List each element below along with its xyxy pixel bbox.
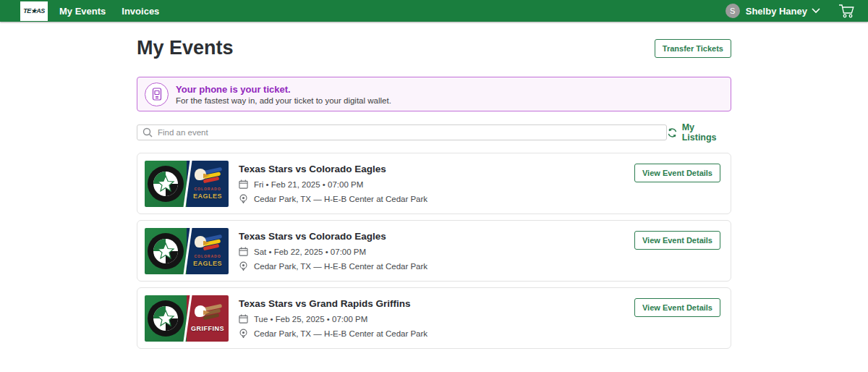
- team-logo-text: TE★AS: [23, 7, 45, 14]
- away-team-art: GRIFFINS: [187, 295, 229, 342]
- event-info: Texas Stars vs Colorado Eagles Sat • Feb…: [239, 231, 427, 271]
- view-event-details-button[interactable]: View Event Details: [634, 298, 720, 317]
- event-datetime-row: Tue • Feb 25, 2025 • 07:00 PM: [239, 314, 427, 324]
- event-location: Cedar Park, TX — H-E-B Center at Cedar P…: [254, 195, 427, 203]
- texas-stars-logo: [147, 300, 184, 337]
- event-image: COLORADO EAGLES: [145, 228, 229, 274]
- search-icon: [142, 127, 153, 138]
- away-mascot: [193, 167, 222, 186]
- away-small-label: COLORADO: [194, 187, 221, 191]
- event-datetime-row: Fri • Feb 21, 2025 • 07:00 PM: [239, 179, 427, 189]
- digital-wallet-banner: Your phone is your ticket. For the faste…: [137, 77, 731, 111]
- away-team-art: COLORADO EAGLES: [187, 228, 229, 274]
- main-content: My Events Transfer Tickets Your phone is…: [137, 37, 731, 349]
- location-icon: [239, 194, 248, 203]
- event-image: GRIFFINS: [145, 295, 229, 342]
- event-location-row: Cedar Park, TX — H-E-B Center at Cedar P…: [239, 261, 427, 271]
- event-card: GRIFFINS Texas Stars vs Grand Rapids Gri…: [137, 287, 731, 349]
- calendar-icon: [239, 179, 248, 189]
- texas-stars-logo: [147, 165, 184, 203]
- event-location-row: Cedar Park, TX — H-E-B Center at Cedar P…: [239, 329, 427, 338]
- phone-icon: [145, 83, 169, 106]
- page-title: My Events: [137, 37, 234, 59]
- search-wrap: [137, 124, 667, 140]
- event-title: Texas Stars vs Colorado Eagles: [239, 164, 427, 174]
- away-team-art: COLORADO EAGLES: [187, 161, 229, 207]
- nav-item-my-events[interactable]: My Events: [59, 6, 106, 17]
- event-title: Texas Stars vs Grand Rapids Griffins: [239, 298, 427, 309]
- page-header: My Events Transfer Tickets: [137, 37, 731, 59]
- event-card: COLORADO EAGLES Texas Stars vs Colorado …: [137, 220, 731, 282]
- event-info: Texas Stars vs Colorado Eagles Fri • Feb…: [239, 164, 427, 203]
- view-event-details-button[interactable]: View Event Details: [634, 231, 720, 250]
- event-datetime: Sat • Feb 22, 2025 • 07:00 PM: [254, 248, 366, 256]
- refresh-icon: [667, 127, 678, 138]
- event-datetime: Tue • Feb 25, 2025 • 07:00 PM: [254, 315, 367, 324]
- transfer-tickets-button[interactable]: Transfer Tickets: [655, 39, 731, 58]
- event-location: Cedar Park, TX — H-E-B Center at Cedar P…: [254, 262, 427, 271]
- team-logo[interactable]: TE★AS: [20, 1, 48, 21]
- banner-title: Your phone is your ticket.: [176, 84, 391, 95]
- home-team-art: [145, 228, 187, 274]
- banner-text: Your phone is your ticket. For the faste…: [176, 84, 391, 105]
- calendar-icon: [239, 314, 248, 324]
- away-banner-label: EAGLES: [190, 192, 225, 200]
- banner-subtitle: For the fastest way in, add your ticket …: [176, 96, 391, 105]
- away-mascot: [193, 234, 222, 253]
- location-icon: [239, 261, 248, 271]
- view-event-details-button[interactable]: View Event Details: [634, 164, 720, 182]
- home-team-art: [145, 295, 187, 342]
- event-info: Texas Stars vs Grand Rapids Griffins Tue…: [239, 298, 427, 338]
- event-title: Texas Stars vs Colorado Eagles: [239, 231, 427, 242]
- event-card: COLORADO EAGLES Texas Stars vs Colorado …: [137, 153, 731, 214]
- avatar[interactable]: S: [726, 4, 740, 18]
- away-banner-label: GRIFFINS: [188, 324, 227, 333]
- calendar-icon: [239, 247, 248, 256]
- location-icon: [239, 329, 248, 338]
- my-listings-link[interactable]: My Listings: [667, 122, 731, 143]
- event-location-row: Cedar Park, TX — H-E-B Center at Cedar P…: [239, 194, 427, 203]
- search-input[interactable]: [137, 124, 667, 140]
- home-team-art: [145, 161, 187, 207]
- user-name[interactable]: Shelby Haney: [746, 6, 807, 17]
- top-nav: TE★AS My Events Invoices S Shelby Haney: [0, 0, 868, 22]
- event-location: Cedar Park, TX — H-E-B Center at Cedar P…: [254, 329, 427, 338]
- away-banner-label: EAGLES: [190, 259, 225, 268]
- event-list: COLORADO EAGLES Texas Stars vs Colorado …: [137, 153, 731, 349]
- chevron-down-icon[interactable]: [812, 8, 820, 14]
- event-datetime: Fri • Feb 21, 2025 • 07:00 PM: [254, 180, 363, 189]
- away-mascot: [193, 304, 222, 323]
- away-small-label: COLORADO: [194, 254, 221, 258]
- cart-icon[interactable]: [838, 3, 855, 19]
- nav-item-invoices[interactable]: Invoices: [122, 6, 159, 17]
- event-image: COLORADO EAGLES: [145, 161, 229, 207]
- my-listings-label: My Listings: [682, 122, 731, 143]
- texas-stars-logo: [147, 232, 184, 270]
- event-datetime-row: Sat • Feb 22, 2025 • 07:00 PM: [239, 247, 427, 256]
- search-row: My Listings: [137, 122, 731, 143]
